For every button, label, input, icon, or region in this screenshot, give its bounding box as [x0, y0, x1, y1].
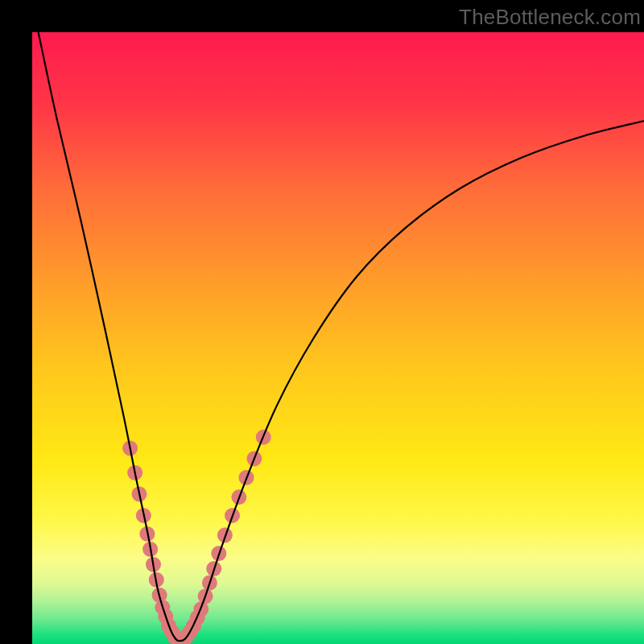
plot-area	[32, 32, 644, 644]
curve-layer	[32, 32, 644, 644]
watermark-text: TheBottleneck.com	[459, 5, 641, 30]
data-markers	[122, 430, 271, 644]
chart-container: TheBottleneck.com	[0, 0, 644, 644]
bottleneck-curve	[39, 32, 644, 641]
